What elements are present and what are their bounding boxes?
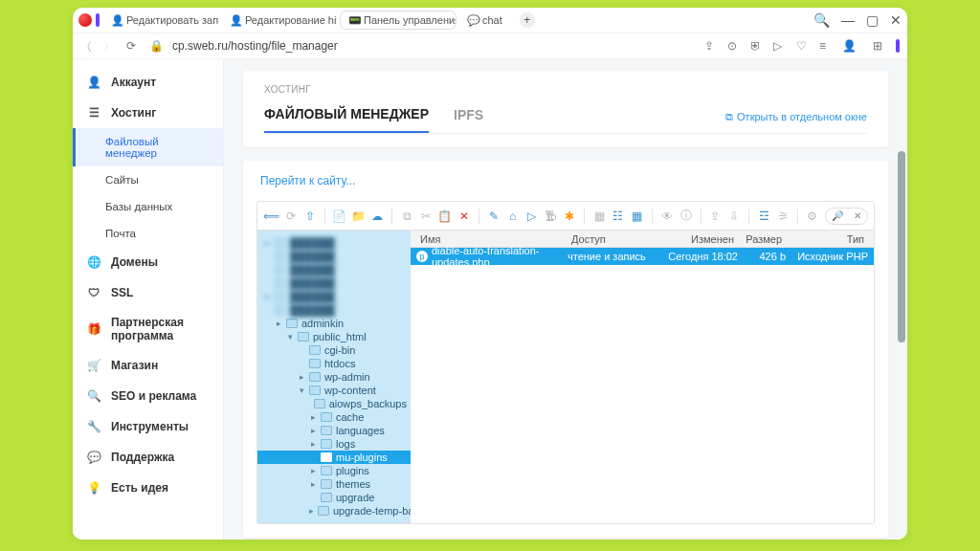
file-row[interactable]: p diable-auto-translation-updates.php чт… — [411, 248, 874, 265]
search-input[interactable]: 🔎 ✕ — [825, 208, 868, 225]
address-text[interactable]: cp.sweb.ru/hosting/file_manager — [172, 39, 338, 53]
sidebar-item-account[interactable]: 👤Аккаунт — [73, 67, 223, 98]
tree-node[interactable]: mu-plugins — [257, 451, 411, 464]
tree-node[interactable]: ▾public_html — [257, 330, 411, 343]
seo-icon: 🔍 — [86, 388, 101, 404]
col-access[interactable]: Доступ — [568, 233, 656, 245]
heart-icon[interactable]: ♡ — [796, 39, 810, 53]
tab-3[interactable]: 💬chat — [459, 11, 510, 29]
tab-file-manager[interactable]: ФАЙЛОВЫЙ МЕНЕДЖЕР — [264, 100, 429, 133]
open-new-window-link[interactable]: ⧉Открыть в отдельном окне — [725, 111, 867, 123]
folder-tree[interactable]: ▸████████████████████████▸████████████▸a… — [257, 231, 411, 523]
download-icon[interactable]: ⇩ — [725, 208, 743, 225]
profile-icon[interactable]: 👤 — [842, 39, 856, 53]
tree-node[interactable]: ██████ — [257, 250, 411, 263]
sidebar-sub-mail[interactable]: Почта — [73, 220, 223, 247]
tree-node[interactable]: ▸██████ — [257, 290, 411, 303]
camera-icon[interactable]: ⊙ — [727, 39, 741, 53]
new-file-icon[interactable]: 📄 — [331, 208, 348, 225]
col-type[interactable]: Тип — [786, 233, 868, 245]
new-tab-button[interactable]: + — [520, 12, 535, 28]
cloud-download-icon[interactable]: ☁ — [368, 208, 386, 225]
minimize-icon[interactable]: — — [841, 12, 855, 28]
edit-icon[interactable]: ✎ — [485, 208, 502, 225]
menu-icon[interactable]: ≡ — [819, 39, 833, 53]
sort-icon[interactable]: ☲ — [755, 208, 772, 225]
reload-icon[interactable]: ⟳ — [126, 39, 140, 53]
tree-node[interactable]: ▸plugins — [257, 464, 411, 477]
search-icon[interactable]: 🔍 — [813, 12, 830, 28]
tree-node[interactable]: ▸logs — [257, 437, 411, 451]
close-icon[interactable]: ✕ — [890, 12, 902, 28]
tree-node[interactable]: ██████ — [257, 303, 411, 317]
paste-icon[interactable]: 📋 — [436, 208, 454, 225]
view-list-icon[interactable]: ☷ — [610, 208, 627, 225]
col-modified[interactable]: Изменен — [656, 233, 738, 245]
archive-icon[interactable]: 🗜 — [542, 208, 559, 225]
share-icon[interactable]: ⇪ — [704, 39, 718, 53]
scrollbar[interactable] — [898, 151, 905, 342]
user-icon: 👤 — [86, 75, 101, 90]
visibility-icon[interactable]: 👁 — [658, 208, 676, 225]
tree-node[interactable]: upgrade — [257, 491, 411, 504]
tab-1[interactable]: 👤Редактирование hivepre — [222, 11, 337, 29]
settings-icon[interactable]: ⚙ — [804, 208, 821, 225]
tab-0[interactable]: 👤Редактировать запись "С — [103, 11, 218, 29]
maximize-icon[interactable]: ▢ — [866, 12, 879, 28]
cut-icon[interactable]: ✂ — [417, 208, 434, 225]
back-icon[interactable]: ⟸ — [263, 208, 280, 225]
goto-site-link[interactable]: Перейти к сайту... — [260, 174, 875, 187]
sidebar-item-hosting[interactable]: ☰Хостинг — [73, 98, 223, 128]
sidebar-item-support[interactable]: 💬Поддержка — [73, 442, 223, 473]
sidebar-item-seo[interactable]: 🔍SEO и реклама — [73, 381, 223, 411]
upload-icon[interactable]: ⇪ — [707, 208, 724, 225]
tree-node[interactable]: ▸adminkin — [257, 317, 411, 330]
col-name[interactable]: Имя — [416, 233, 568, 245]
tree-node[interactable]: htdocs — [257, 357, 411, 370]
forward-icon[interactable]: 〉 — [103, 39, 117, 53]
tab-2-active[interactable]: 📟Панель управления VH — [341, 11, 456, 29]
sidebar-item-tools[interactable]: 🔧Инструменты — [73, 411, 223, 442]
tree-node[interactable]: cgi-bin — [257, 343, 411, 357]
up-icon[interactable]: ⇧ — [301, 208, 319, 225]
preview-icon[interactable]: ▷ — [523, 208, 541, 225]
page-content: 👤Аккаунт ☰Хостинг Файловый менеджер Сайт… — [73, 59, 907, 540]
sidebar-sub-db[interactable]: Базы данных — [73, 193, 223, 220]
tree-node[interactable]: ▸cache — [257, 410, 411, 424]
reload-icon[interactable]: ⟳ — [282, 208, 300, 225]
sidebar-item-ssl[interactable]: 🛡SSL — [73, 277, 223, 308]
sidebar-item-partner[interactable]: 🎁Партнерская программа — [73, 308, 223, 350]
filter-icon[interactable]: ⚞ — [774, 208, 791, 225]
tree-node[interactable]: ██████ — [257, 276, 411, 290]
tree-node[interactable]: ▸wp-admin — [257, 370, 411, 384]
select-all-icon[interactable]: ▦ — [590, 208, 608, 225]
delete-icon[interactable]: ✕ — [456, 208, 473, 225]
tab-ipfs[interactable]: IPFS — [454, 101, 483, 132]
tree-node[interactable]: ▸themes — [257, 477, 411, 491]
sidebar-item-idea[interactable]: 💡Есть идея — [73, 473, 223, 503]
panel-icon: 📟 — [348, 14, 360, 26]
sidebar-item-domains[interactable]: 🌐Домены — [73, 247, 223, 277]
view-grid-icon[interactable]: ▦ — [629, 208, 646, 225]
copy-icon[interactable]: ⧉ — [398, 208, 415, 225]
tree-node[interactable]: ▸languages — [257, 424, 411, 437]
back-icon[interactable]: 〈 — [80, 39, 94, 53]
tree-node[interactable]: aiowps_backups — [257, 397, 411, 410]
tree-node[interactable]: ▸upgrade-temp-backup — [257, 504, 411, 518]
play-icon[interactable]: ▷ — [773, 39, 787, 53]
sidebar-sub-file-manager[interactable]: Файловый менеджер — [73, 128, 223, 166]
new-folder-icon[interactable]: 📁 — [350, 208, 368, 225]
opera-icon[interactable] — [78, 13, 92, 27]
info-icon[interactable]: ⓘ — [678, 208, 695, 225]
star-icon[interactable]: ✱ — [561, 208, 578, 225]
lock-icon[interactable]: 🔒 — [149, 39, 163, 53]
rename-icon[interactable]: ⌂ — [504, 208, 522, 225]
sidebar-item-shop[interactable]: 🛒Магазин — [73, 350, 223, 381]
tree-node[interactable]: ██████ — [257, 263, 411, 276]
tree-node[interactable]: ▾wp-content — [257, 384, 411, 397]
tree-node[interactable]: ▸██████ — [257, 236, 411, 250]
shield-icon[interactable]: ⛨ — [750, 39, 764, 53]
extension-icon[interactable]: ⊞ — [873, 39, 886, 53]
sidebar-sub-sites[interactable]: Сайты — [73, 166, 223, 193]
col-size[interactable]: Размер — [738, 233, 786, 245]
